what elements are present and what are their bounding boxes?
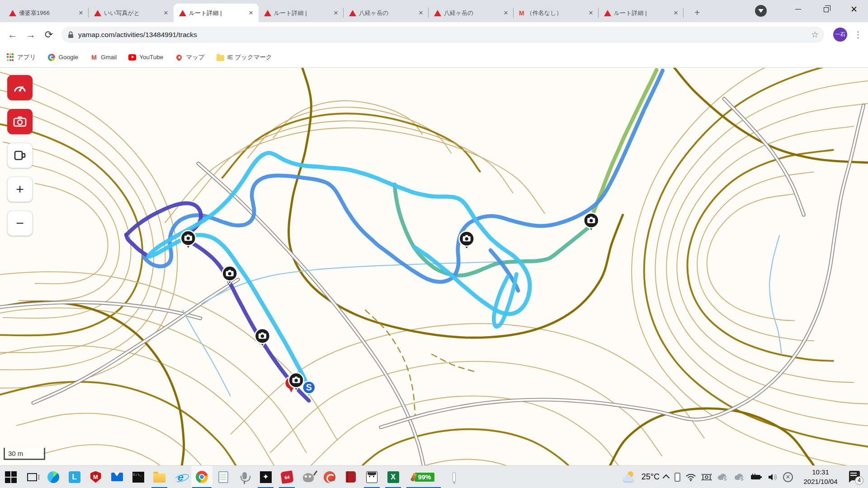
tab-close-icon[interactable]: ✕ — [587, 9, 595, 17]
reload-button[interactable]: ⟳ — [40, 26, 58, 44]
contour-line — [707, 194, 794, 320]
pace-button[interactable] — [7, 75, 33, 100]
maximize-button[interactable] — [812, 0, 840, 18]
taskbar-photos[interactable]: ✦ — [255, 466, 276, 488]
temperature-label[interactable]: 25°C — [642, 472, 660, 482]
minimize-button[interactable] — [784, 0, 812, 18]
taskbar-notepad[interactable] — [212, 466, 234, 488]
tab-8[interactable]: ルート詳細 |✕ — [599, 4, 684, 22]
battery-plug-icon[interactable] — [750, 473, 762, 481]
new-tab-button[interactable]: + — [691, 6, 703, 19]
tab-4[interactable]: ルート詳細 |✕ — [259, 4, 344, 22]
onedrive-sync-icon[interactable] — [717, 473, 729, 482]
bookmark-google[interactable]: Google — [47, 53, 78, 61]
taskbar-gimp[interactable] — [297, 466, 319, 488]
notification-center[interactable]: 4 — [848, 469, 863, 485]
windows-start-icon — [5, 471, 17, 483]
tab-close-icon[interactable]: ✕ — [417, 9, 425, 17]
cloud-sync-icon[interactable] — [734, 473, 745, 482]
address-bar[interactable]: yamap.com/activities/13484991/tracks ☆ — [61, 27, 824, 43]
forward-button[interactable]: → — [22, 26, 40, 44]
bookmark-gmail[interactable]: MGmail — [90, 53, 117, 61]
bookmark-map-pin[interactable]: マップ — [175, 53, 204, 61]
bookmark-folder[interactable]: IE ブックマーク — [217, 53, 272, 61]
chrome-icon — [196, 471, 208, 483]
taskbar-file-explorer[interactable] — [149, 466, 170, 488]
taskbar-task-view[interactable] — [21, 466, 42, 488]
disconnected-icon[interactable]: ✕ — [783, 472, 793, 482]
mcafee-shield-icon: M — [90, 471, 101, 483]
taskbar-pen-input[interactable] — [443, 466, 465, 488]
taskbar-command-prompt[interactable]: C:\_ — [127, 466, 149, 488]
tab-close-icon[interactable]: ✕ — [162, 9, 170, 17]
bookmark-star-icon[interactable]: ☆ — [811, 29, 819, 40]
photo-button[interactable] — [7, 109, 33, 134]
taskbar-mail[interactable] — [106, 466, 127, 488]
contour-line — [43, 445, 190, 465]
dashed-contour — [432, 354, 476, 372]
profile-avatar[interactable]: 一石 — [833, 28, 847, 42]
wifi-icon[interactable] — [685, 473, 696, 482]
track-cyan[interactable] — [148, 153, 530, 387]
back-button[interactable]: ← — [4, 26, 22, 44]
weather-icon[interactable] — [623, 471, 637, 483]
zoom-out-button[interactable]: − — [7, 211, 33, 236]
taskbar-clock[interactable]: 10:31 2021/10/04 — [798, 468, 843, 486]
tab-search-icon[interactable] — [755, 5, 767, 17]
tab-3[interactable]: ルート詳細 |✕ — [174, 4, 259, 22]
speaker-icon[interactable] — [767, 473, 778, 482]
notepad-icon — [218, 471, 228, 483]
zoom-in-button[interactable]: + — [7, 177, 33, 202]
taskbar-mcafee[interactable]: M — [85, 466, 106, 488]
taskbar-paint-app[interactable] — [319, 466, 340, 488]
taskbar-start[interactable] — [0, 466, 21, 488]
taskbar-dictionary[interactable] — [340, 466, 361, 488]
contour-line — [193, 121, 513, 201]
taskbar-l-app[interactable]: L — [64, 466, 85, 488]
tab-close-icon[interactable]: ✕ — [77, 9, 85, 17]
layers-button[interactable] — [7, 143, 33, 168]
bookmark-youtube[interactable]: YouTube — [128, 53, 163, 61]
tabs-container: 優婆塞1966✕いい写真がと✕ルート詳細 |✕ルート詳細 |✕八経ヶ岳の✕八経ヶ… — [4, 4, 684, 22]
tab-1[interactable]: 優婆塞1966✕ — [4, 4, 89, 22]
photo-marker[interactable] — [459, 231, 474, 249]
paint-app-icon — [324, 471, 335, 483]
map-controls: +− — [7, 75, 33, 236]
bookmark-label: YouTube — [139, 54, 163, 61]
tablet-icon[interactable] — [675, 473, 680, 482]
tab-close-icon[interactable]: ✕ — [332, 9, 340, 17]
url-text[interactable]: yamap.com/activities/13484991/tracks — [78, 31, 811, 39]
taskbar-edge[interactable] — [42, 466, 64, 488]
taskbar-internet-explorer[interactable]: e — [170, 466, 191, 488]
tab-close-icon[interactable]: ✕ — [502, 9, 510, 17]
map-canvas[interactable]: S +− 30 m — [0, 68, 868, 465]
gimp-icon — [303, 473, 314, 482]
tab-close-icon[interactable]: ✕ — [247, 9, 255, 17]
taskbar-chrome[interactable] — [191, 466, 212, 488]
road-line — [724, 99, 804, 215]
tab-7[interactable]: M（件名なし）✕ — [514, 4, 599, 22]
taskbar-face-app[interactable] — [361, 466, 382, 488]
taskbar-excel[interactable]: X — [382, 466, 404, 488]
yamap-icon — [179, 10, 186, 16]
tab-title: 優婆塞1966 — [19, 9, 74, 17]
chevron-up-icon[interactable] — [665, 474, 670, 479]
bookmark-apps-grid[interactable]: アプリ — [6, 53, 36, 61]
pen-icon — [453, 472, 456, 482]
system-tray: 25°C ✕ 10:31 2021/10/04 4 — [623, 466, 868, 488]
tab-5[interactable]: 八経ヶ岳の✕ — [344, 4, 429, 22]
tab-close-icon[interactable]: ✕ — [672, 9, 680, 17]
svg-text:S: S — [306, 382, 312, 392]
track-blue[interactable] — [143, 70, 663, 282]
tab-2[interactable]: いい写真がと✕ — [89, 4, 174, 22]
browser-menu-icon[interactable]: ⋮ — [852, 29, 864, 40]
track-cyan-v[interactable] — [494, 274, 516, 327]
apps-grid-icon — [6, 53, 14, 61]
photo-marker[interactable] — [255, 328, 270, 347]
taskbar-archiver-64[interactable]: 64 — [276, 466, 297, 488]
taskbar-voice-recorder[interactable] — [234, 466, 255, 488]
tab-6[interactable]: 八経ヶ岳の✕ — [429, 4, 514, 22]
camera-device-icon[interactable] — [701, 473, 712, 482]
taskbar-battery-widget[interactable]: 99% — [404, 466, 443, 488]
close-button[interactable]: ✕ — [840, 0, 868, 18]
